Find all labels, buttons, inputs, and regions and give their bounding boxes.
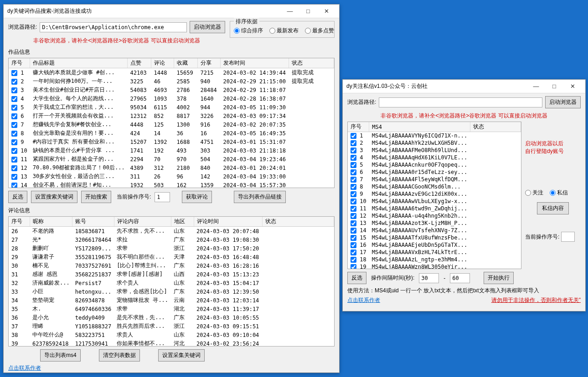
table-row[interactable]: 28删删吖YS172809...求带浙江2024-03-03 17:50:20 bbox=[9, 244, 334, 253]
row-checkbox[interactable] bbox=[11, 174, 17, 180]
start-exec-button[interactable]: 开始执行 bbox=[484, 272, 514, 284]
table-row[interactable]: 13MS4wLjABAAAAzot3K-LjzM8H_P... bbox=[348, 219, 521, 227]
column-header[interactable]: 状态 bbox=[470, 122, 521, 132]
ms4-table[interactable]: 序号MS4状态 1MS4wLjABAAAAVYNy6ICQd71X-n... 2… bbox=[347, 122, 521, 269]
column-header[interactable]: 作品标题 bbox=[30, 58, 128, 68]
row-checkbox[interactable] bbox=[11, 96, 17, 102]
table-row[interactable]: 18MS4wLjABAAAAzL_ngtp-e3hMm4... bbox=[348, 256, 521, 263]
table-row[interactable]: 1270.80.90都被套路出局了！00后...4389312218084020… bbox=[9, 163, 334, 172]
row-checkbox[interactable] bbox=[351, 213, 356, 219]
set-keywords-button[interactable]: 设置搜索关键词 bbox=[31, 191, 77, 203]
row-checkbox[interactable] bbox=[351, 148, 356, 153]
column-header[interactable]: 分享 bbox=[198, 58, 221, 68]
row-checkbox[interactable] bbox=[351, 250, 356, 255]
table-row[interactable]: 39623785924181217530941你如果事情都不...河北2024-… bbox=[9, 339, 334, 346]
row-checkbox[interactable] bbox=[11, 131, 17, 137]
row-checkbox[interactable] bbox=[351, 242, 356, 248]
radio-follow[interactable]: 关注 bbox=[525, 189, 543, 197]
table-row[interactable]: 4MS4wLjABAAAAqHdX61KiL0V7LE... bbox=[348, 154, 521, 161]
column-header[interactable]: 序号 bbox=[9, 217, 30, 227]
table-row[interactable]: 9MS4wLjABAAAAzvE9Gc12diK00x... bbox=[348, 190, 521, 198]
column-header[interactable]: 评论时间 bbox=[194, 217, 262, 227]
start-search-button[interactable]: 开始搜索 bbox=[81, 191, 111, 203]
export-ms4-button[interactable]: 导出列表ms4 bbox=[40, 349, 81, 362]
row-checkbox[interactable] bbox=[11, 70, 17, 76]
row-checkbox[interactable] bbox=[351, 133, 356, 139]
table-row[interactable]: 5关于我成立工作室的想法，大...95034611540029442024-03… bbox=[9, 103, 334, 112]
column-header[interactable]: 评论 bbox=[151, 58, 174, 68]
row-checkbox[interactable] bbox=[11, 148, 17, 154]
table-row[interactable]: 37理睎Y1051888327胜兵先胜而后求...浙江2024-03-03 09… bbox=[9, 322, 334, 331]
row-checkbox[interactable] bbox=[351, 220, 356, 226]
column-header[interactable]: 状态 bbox=[262, 217, 334, 227]
maximize-button[interactable]: □ bbox=[299, 5, 317, 18]
sort-likes[interactable]: 最多点赞 bbox=[305, 27, 334, 35]
row-checkbox[interactable] bbox=[351, 235, 356, 241]
column-header[interactable]: 发布时间 bbox=[221, 58, 289, 68]
table-row[interactable]: 1330多岁女性创业，最适合的三...31126961422024-03-04 … bbox=[9, 172, 334, 181]
minimize-button[interactable]: — bbox=[281, 5, 299, 18]
launch-browser-button[interactable]: 启动浏览器 bbox=[190, 21, 225, 33]
radio-dm[interactable]: 私信 bbox=[550, 189, 568, 197]
contact-author-link[interactable]: 点击联系作者 bbox=[8, 365, 41, 371]
column-header[interactable]: 点赞 bbox=[128, 58, 151, 68]
row-checkbox[interactable] bbox=[11, 157, 17, 163]
table-row[interactable]: 27光*32066178464求拉广东2024-03-03 19:08:30 bbox=[9, 235, 334, 244]
row-checkbox[interactable] bbox=[351, 162, 356, 168]
column-header[interactable]: MS4 bbox=[369, 122, 470, 132]
comments-table[interactable]: 序号昵称账号评论内容地区评论时间状态 26不老的路185836871先不求胜，先… bbox=[8, 216, 335, 346]
table-row[interactable]: 3美术生创业#创业日记#开店日...5408346932786284842024… bbox=[9, 86, 334, 94]
row-checkbox[interactable] bbox=[351, 177, 356, 183]
table-row[interactable]: 8MS4wLjABAAAACGooNCMsd6lm... bbox=[348, 183, 521, 190]
close-button[interactable]: ✕ bbox=[317, 5, 335, 18]
table-row[interactable]: 8创业光靠勤奋是没有用的！要...4241436162024-03-05 16:… bbox=[9, 129, 334, 138]
table-row[interactable]: 15MS4wLjABAAAATfxU8ufWnzsFbe... bbox=[348, 234, 521, 241]
row-checkbox[interactable] bbox=[351, 155, 356, 161]
sort-latest[interactable]: 最新发布 bbox=[269, 27, 299, 35]
table-row[interactable]: 35木.64974660336求带湖北2024-03-03 11:39:17 bbox=[9, 305, 334, 313]
interval-max-input[interactable] bbox=[450, 273, 470, 283]
close-button[interactable]: ✕ bbox=[563, 80, 582, 93]
table-row[interactable]: 17MS4wLjABAAAAVxBzHL74LkTtrE... bbox=[348, 249, 521, 256]
row-checkbox[interactable] bbox=[11, 122, 17, 128]
table-row[interactable]: 36是小允teddy0409是先不求胜，先...广东2024-03-03 10:… bbox=[9, 313, 334, 322]
launch-browser-button[interactable]: 启动浏览器 bbox=[545, 96, 581, 108]
row-checkbox[interactable] bbox=[11, 139, 17, 145]
table-row[interactable]: 32济南威龄发...Persist7求个贵人山东2024-03-03 15:04… bbox=[9, 279, 334, 287]
row-checkbox[interactable] bbox=[351, 206, 356, 212]
table-row[interactable]: 29谦谦君子35528119675我不明白那些在...天津2024-03-03 … bbox=[9, 253, 334, 261]
invert-button[interactable]: 反选 bbox=[8, 191, 27, 203]
column-header[interactable]: 序号 bbox=[9, 58, 30, 68]
table-row[interactable]: 30楠不见70337527691[比心]帮博主纠...广东2024-03-03 … bbox=[9, 261, 334, 270]
row-checkbox[interactable] bbox=[11, 183, 17, 188]
table-row[interactable]: 19MS4wLjABAAAAWzn8WL3050eYir... bbox=[348, 263, 521, 269]
row-checkbox[interactable] bbox=[351, 191, 356, 197]
table-row[interactable]: 14创业不易，创前请深思！#知...193250316213592024-03-… bbox=[9, 181, 334, 188]
row-checkbox[interactable] bbox=[351, 228, 356, 234]
row-checkbox[interactable] bbox=[351, 169, 356, 175]
works-table[interactable]: 序号作品标题点赞评论收藏分享发布时间状态 1赚大钱的本质就是少做事 #创...4… bbox=[8, 58, 335, 188]
export-links-button[interactable]: 导出列表作品链接 bbox=[234, 191, 286, 203]
column-header[interactable]: 评论内容 bbox=[114, 217, 171, 227]
titlebar[interactable]: dy关注私信v1.03-公众号：云创社 — □ ✕ bbox=[343, 80, 585, 93]
titlebar[interactable]: dy关键词作品搜索-浏览器连接成功 — □ ✕ bbox=[4, 5, 339, 18]
maximize-button[interactable]: □ bbox=[545, 80, 563, 93]
column-header[interactable]: 收藏 bbox=[174, 58, 198, 68]
row-checkbox[interactable] bbox=[351, 199, 356, 204]
current-seq-input[interactable] bbox=[561, 232, 575, 242]
current-seq-input[interactable] bbox=[155, 192, 170, 202]
table-row[interactable]: 11紧跟国家方针，都是捡金子的...2294709705042024-03-04… bbox=[9, 155, 334, 163]
table-row[interactable]: 2MS4wLjABAAAAhYk2zUwLXGH5BV... bbox=[348, 139, 521, 147]
table-row[interactable]: 31感谢 感恩35682251837求带[感谢][感谢]山西2024-03-03… bbox=[9, 270, 334, 279]
table-row[interactable]: 38中午吃什么@583223751求贵人山东2024-03-03 09:10:0… bbox=[9, 331, 334, 339]
table-row[interactable]: 10缺钱的本质是什么#干货分享 ...17411924933032024-03-… bbox=[9, 146, 334, 155]
row-checkbox[interactable] bbox=[11, 105, 17, 111]
contact-author-link[interactable]: 点击联系作者 bbox=[347, 296, 380, 304]
clear-list-button[interactable]: 清空列表数据 bbox=[99, 349, 140, 362]
table-row[interactable]: 11MS4wLjABAAAA6twd9n_ZwDqhij... bbox=[348, 205, 521, 212]
row-checkbox[interactable] bbox=[11, 87, 17, 93]
table-row[interactable]: 16MS4wLjABAAAAEjeUbDn5pGTaTX... bbox=[348, 241, 521, 249]
table-row[interactable]: 6MS4wLjABAAAA0r15dTeLzz-sey... bbox=[348, 168, 521, 176]
table-row[interactable]: 14MS4wLjABAAAAUvTsfehXNVg-7Z... bbox=[348, 227, 521, 234]
browser-path-input[interactable] bbox=[40, 22, 187, 32]
